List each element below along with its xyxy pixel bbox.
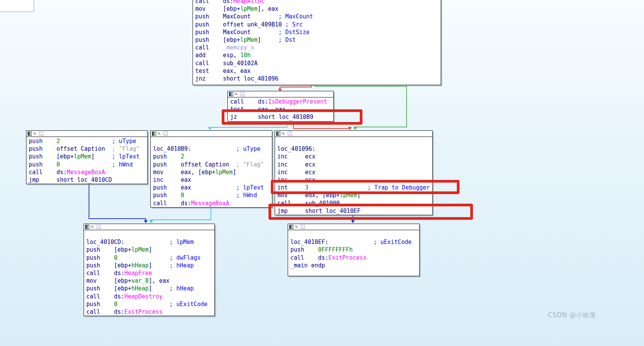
asm-line: _main endp [290, 262, 419, 269]
asm-line: inc ecx [277, 168, 432, 176]
asm-line: add esp, 10h [195, 51, 441, 59]
asm-line: call ds:HeapAlloc [195, 0, 441, 5]
asm-line: loc_4010CD: ; lpMem [86, 238, 214, 246]
asm-line: mov edx, [ebp+lpMem] [277, 191, 432, 199]
watermark: CSDN @小哈里 [548, 311, 596, 320]
asm-line: loc_4010B9: ; uType [153, 145, 272, 153]
asm-line [277, 137, 432, 145]
asm-line: call ds:MessageBoxA [29, 168, 147, 176]
edge-jnz-true-arrowhead [353, 127, 357, 130]
asm-line: push 0 ; hWnd [29, 161, 147, 168]
node-color-icon[interactable] [85, 225, 89, 229]
asm-line: push [ebp+hHeap] ; hHeap [86, 285, 214, 292]
asm-line: loc_401096: [277, 145, 432, 153]
asm-line: call ds:MessageBoxA [153, 199, 272, 207]
node-info-icon[interactable] [163, 132, 168, 136]
asm-line: push offset Caption ; "Flag" [29, 145, 147, 153]
edge-jz-true-arrowhead [208, 127, 212, 130]
edge-jmp-4010CD [89, 184, 146, 221]
node-color-icon[interactable] [276, 132, 280, 136]
asm-line: jmp short loc_4010EF [277, 207, 432, 215]
edge-jmp-4010EF-arrowhead [351, 220, 355, 223]
basic-block-isdebuggerpresent-check[interactable]: call ds:IsDebuggerPresenttest eax, eaxjz… [227, 91, 334, 122]
asm-line: inc eax [153, 176, 272, 184]
asm-line: push 2 ; uType [29, 137, 147, 145]
node-edit-icon[interactable] [295, 225, 299, 229]
asm-line: push 0FFFFFFFFh [290, 246, 419, 254]
node-titlebar [26, 131, 147, 137]
asm-line: call sub_401000 [277, 199, 432, 207]
edge-jnz-false [280, 85, 311, 90]
node-info-icon[interactable] [97, 225, 101, 229]
asm-line: call sub_40102A [195, 59, 441, 67]
node-edit-icon[interactable] [282, 132, 286, 136]
basic-block-loc_4010B9[interactable]: loc_4010B9: ; uTypepush 2push offset Cap… [150, 130, 272, 208]
asm-line: push offset unk_409B10 ; Src [195, 21, 441, 28]
asm-line: push offset Caption ; "Flag" [153, 161, 272, 168]
basic-block-loc_401096[interactable]: loc_401096:inc ecxinc ecxinc ecxinc ecxi… [275, 130, 433, 215]
asm-line: jnz short loc_401096 [195, 75, 441, 82]
asm-line: inc ecx [277, 161, 432, 168]
asm-line: jz short loc_4010B9 [230, 113, 333, 121]
node-titlebar [288, 224, 419, 230]
node-color-icon[interactable] [289, 225, 293, 229]
node-info-icon[interactable] [288, 132, 292, 136]
basic-block-loc_4010CD[interactable]: loc_4010CD: ; lpMempush [ebp+lpMem]push … [84, 224, 215, 316]
asm-line: mov eax, [ebp+lpMem] [153, 168, 272, 176]
node-color-icon[interactable] [28, 132, 32, 136]
disassembly-listing: call ds:HeapAllocmov [ebp+lpMem], eaxpus… [193, 0, 441, 82]
ida-graph-view: call ds:HeapAllocmov [ebp+lpMem], eaxpus… [0, 0, 644, 346]
disassembly-listing: push 2 ; uTypepush offset Caption ; "Fla… [26, 137, 147, 184]
node-info-icon[interactable] [39, 132, 43, 136]
asm-line: int 3 ; Trap to Debugger [277, 184, 432, 191]
disassembly-listing: loc_4010CD: ; lpMempush [ebp+lpMem]push … [84, 230, 214, 316]
edge-fallthrough-4010CD [151, 208, 211, 221]
asm-line: push [ebp+lpMem] [86, 246, 214, 254]
asm-line: push 2 [153, 153, 272, 160]
basic-block-entry-memcpy[interactable]: call ds:HeapAllocmov [ebp+lpMem], eaxpus… [193, 0, 441, 85]
asm-line: push MaxCount ; DstSize [195, 28, 441, 36]
asm-line: call ds:ExitProcess [86, 308, 214, 316]
node-titlebar [275, 131, 432, 137]
basic-block-messagebox-flag[interactable]: push 2 ; uTypepush offset Caption ; "Fla… [26, 130, 148, 184]
asm-line: loc_4010EF: ; uExitCode [290, 238, 419, 246]
basic-block-loc_4010EF[interactable]: loc_4010EF: ; uExitCodepush 0FFFFFFFFhca… [288, 224, 420, 276]
asm-line [290, 231, 419, 238]
node-color-icon[interactable] [152, 132, 156, 136]
node-edit-icon[interactable] [235, 92, 239, 96]
asm-line: call _memcpy_s [195, 44, 441, 51]
node-edit-icon[interactable] [33, 132, 38, 136]
asm-line: push 0 ; dwFlags [86, 254, 214, 262]
asm-line: inc ecx [277, 153, 432, 160]
asm-line [153, 137, 272, 145]
node-color-icon[interactable] [229, 92, 233, 96]
node-titlebar [84, 224, 214, 230]
disassembly-listing: call ds:IsDebuggerPresenttest eax, eaxjz… [228, 97, 333, 121]
asm-line: push [ebp+hHeap] ; hHeap [86, 262, 214, 269]
asm-line: mov [ebp+var_8], eax [86, 277, 214, 285]
asm-line: push [ebp+lpMem] ; lpText [29, 153, 147, 160]
edge-jmp-4010CD-arrowhead [144, 220, 148, 223]
node-edit-icon[interactable] [158, 132, 162, 136]
asm-line: push 0 ; hWnd [153, 191, 272, 199]
node-info-icon[interactable] [240, 92, 245, 96]
edge-fallthrough-4010CD-arrowhead [149, 220, 153, 223]
asm-line [86, 231, 214, 238]
asm-line: call ds:ExitProcess [290, 254, 419, 262]
node-edit-icon[interactable] [91, 225, 95, 229]
asm-line: call ds:HeapDestroy [86, 293, 214, 300]
node-titlebar [228, 91, 333, 97]
asm-line: call ds:IsDebuggerPresent [230, 98, 333, 105]
asm-line: test eax, eax [230, 105, 333, 113]
asm-line: inc ecx [277, 176, 432, 184]
asm-line: push eax ; lpText [153, 184, 272, 191]
asm-line: jmp short loc_4010CD [29, 176, 147, 184]
disassembly-listing: loc_4010B9: ; uTypepush 2push offset Cap… [151, 137, 272, 207]
asm-line: push [ebp+lpMem] ; Dst [195, 36, 441, 44]
asm-line: call ds:HeapFree [86, 269, 214, 277]
corner-panel [0, 0, 34, 12]
node-info-icon[interactable] [301, 225, 305, 229]
asm-line: push 0 ; uExitCode [86, 300, 214, 308]
edge-jz-false-arrowhead [348, 127, 352, 130]
node-titlebar [151, 131, 272, 137]
